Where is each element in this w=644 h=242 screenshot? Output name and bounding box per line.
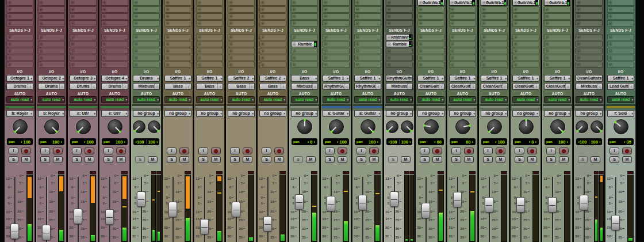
record-enable-button[interactable] — [211, 148, 221, 154]
input-selector[interactable]: Saffire 1▾ — [417, 75, 444, 82]
pan-display[interactable]: ‹100100 › — [133, 138, 159, 145]
send-slot-empty[interactable]: + — [323, 0, 350, 6]
send-slot-empty[interactable]: + — [354, 48, 381, 54]
solo-button[interactable]: S — [198, 156, 208, 163]
send-slot-empty[interactable]: + — [576, 20, 603, 27]
send-slot-empty[interactable]: + — [196, 55, 223, 61]
send-slot-empty[interactable]: + — [38, 55, 65, 61]
send-slot-empty[interactable]: + — [576, 48, 603, 54]
send-slot-empty[interactable]: + — [291, 20, 318, 27]
automation-mode-selector[interactable]: auto read▾ — [386, 96, 413, 103]
automation-mode-selector[interactable]: auto read▾ — [133, 96, 160, 103]
send-slot-empty[interactable]: + — [607, 34, 634, 40]
mute-button[interactable]: M — [148, 156, 158, 163]
fader-cap[interactable] — [580, 195, 588, 210]
pan-display[interactable]: pan› 0 ‹ — [513, 138, 539, 145]
send-slot-empty[interactable]: + — [512, 6, 539, 13]
input-monitor-button[interactable]: I — [230, 148, 240, 154]
automation-mode-selector[interactable]: auto read▾ — [291, 96, 318, 103]
send-slot-empty[interactable]: + — [196, 41, 223, 47]
send-slot-empty[interactable]: + — [291, 62, 318, 68]
pan-knob[interactable] — [591, 120, 603, 133]
pan-display[interactable]: ‹100100 › — [576, 138, 602, 145]
send-slot-empty[interactable]: + — [133, 55, 160, 61]
solo-button[interactable]: S — [135, 156, 145, 163]
send-slot-empty[interactable]: + — [576, 6, 603, 13]
output-selector[interactable]: CleanGuitrs↕ — [417, 83, 444, 90]
record-enable-button[interactable] — [85, 148, 94, 154]
send-slot-empty[interactable]: + — [101, 62, 128, 68]
send-slot-empty[interactable]: + — [38, 6, 65, 13]
input-monitor-button[interactable]: I — [167, 148, 177, 154]
send-slot-empty[interactable]: + — [323, 6, 350, 13]
solo-button[interactable]: S — [262, 156, 271, 163]
input-selector[interactable]: Saffire 1▾ — [607, 75, 634, 82]
send-slot-empty[interactable]: + — [259, 41, 286, 47]
send-slot-empty[interactable]: + — [323, 62, 350, 68]
mute-button[interactable]: M — [85, 156, 94, 163]
send-slot-empty[interactable]: + — [133, 62, 160, 68]
send-slot-assigned[interactable]: +GuitrVrb.1 — [544, 0, 571, 6]
send-slot-empty[interactable]: + — [228, 6, 255, 13]
send-slot-empty[interactable]: + — [481, 34, 508, 40]
mute-button[interactable]: M — [432, 156, 442, 163]
send-slot-empty[interactable]: + — [196, 6, 223, 13]
mute-button[interactable]: M — [591, 156, 600, 163]
send-slot-empty[interactable]: + — [101, 55, 128, 61]
send-slot-empty[interactable]: + — [481, 55, 508, 61]
solo-button[interactable]: S — [610, 156, 619, 163]
group-selector[interactable]: b: Royer▾ — [6, 110, 33, 117]
mute-button[interactable]: M — [369, 156, 379, 163]
send-slot-empty[interactable]: + — [386, 13, 413, 20]
send-slot-empty[interactable]: + — [544, 41, 571, 47]
send-slot-empty[interactable]: + — [323, 48, 350, 54]
pan-knob[interactable] — [519, 119, 534, 134]
pan-knob[interactable] — [133, 120, 145, 133]
send-slot-empty[interactable]: + — [576, 34, 603, 40]
solo-button[interactable]: S — [72, 156, 82, 163]
send-slot-empty[interactable]: + — [164, 41, 191, 47]
automation-mode-selector[interactable]: auto read▾ — [228, 96, 255, 103]
mute-button[interactable]: M — [622, 156, 632, 163]
fader-cap[interactable] — [516, 197, 525, 213]
output-selector[interactable]: Mixbuss↕ — [386, 83, 413, 90]
send-slot-empty[interactable]: + — [196, 20, 223, 27]
mute-button[interactable]: M — [53, 156, 63, 163]
record-enable-button[interactable] — [559, 148, 569, 154]
send-slot-empty[interactable]: + — [228, 62, 255, 68]
send-slot-empty[interactable]: + — [6, 48, 33, 54]
send-slot-empty[interactable]: + — [354, 55, 381, 61]
pan-display[interactable]: pan60 › — [450, 138, 476, 145]
input-selector[interactable]: Saffire 1▾ — [354, 75, 381, 82]
automation-mode-selector[interactable]: auto read▾ — [607, 96, 634, 103]
send-slot-empty[interactable]: + — [38, 48, 65, 54]
record-enable-button[interactable] — [432, 148, 442, 154]
solo-button[interactable]: S — [167, 156, 177, 163]
solo-button[interactable]: S — [40, 156, 50, 163]
mute-button[interactable]: M — [243, 156, 252, 163]
send-slot-empty[interactable]: + — [133, 41, 160, 47]
fader-cap[interactable] — [42, 225, 51, 240]
record-enable-button[interactable] — [116, 148, 126, 154]
pan-display[interactable]: pan› 0 ‹ — [292, 138, 317, 145]
automation-mode-selector[interactable]: auto read▾ — [544, 96, 571, 103]
send-slot-empty[interactable]: + — [386, 20, 413, 27]
send-slot-empty[interactable]: + — [576, 13, 603, 20]
send-slot-empty[interactable]: + — [544, 48, 571, 54]
solo-button[interactable]: S — [230, 156, 240, 163]
send-slot-empty[interactable]: + — [38, 13, 65, 20]
input-monitor-button[interactable]: I — [546, 148, 556, 154]
solo-button[interactable]: S — [356, 156, 366, 163]
output-selector[interactable]: Mixbuss↕ — [291, 83, 318, 90]
send-slot-empty[interactable]: + — [101, 6, 128, 13]
group-selector[interactable]: f: Solo▾ — [607, 110, 634, 117]
output-selector[interactable]: RhythmGutr↕ — [354, 83, 381, 90]
pan-knob[interactable] — [424, 119, 439, 134]
automation-mode-selector[interactable]: auto read▾ — [449, 96, 476, 103]
send-slot-empty[interactable]: + — [607, 48, 634, 54]
pan-display[interactable]: pan‹ 60 — [418, 138, 444, 145]
output-selector[interactable]: Bass↕ — [196, 83, 223, 90]
pan-display[interactable]: pan100 › — [355, 138, 381, 145]
send-slot-empty[interactable]: + — [164, 0, 191, 6]
mute-button[interactable]: M — [274, 156, 284, 163]
